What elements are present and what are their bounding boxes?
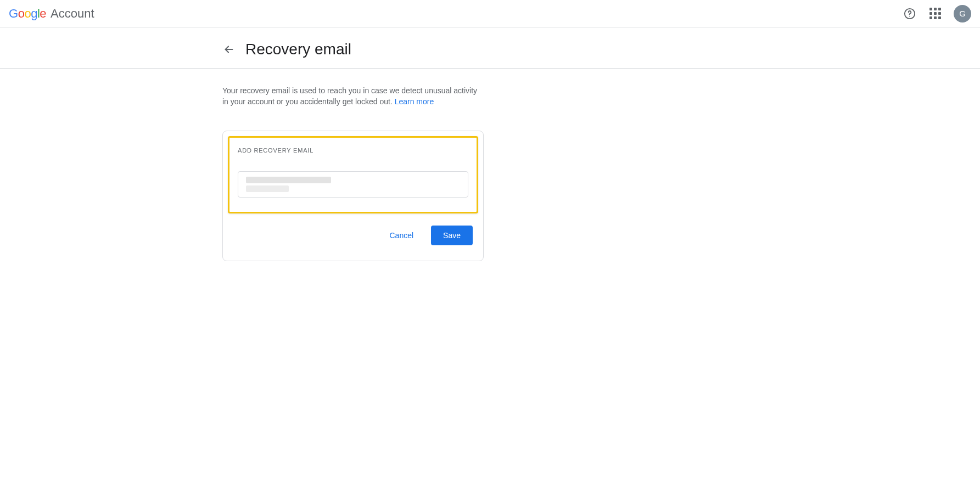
logo-letter-e: e [40, 8, 46, 20]
learn-more-link[interactable]: Learn more [395, 97, 434, 106]
logo-letter-g2: g [31, 8, 37, 20]
help-icon[interactable] [903, 7, 916, 20]
field-label: ADD RECOVERY EMAIL [238, 147, 468, 154]
page-title: Recovery email [245, 41, 351, 58]
content: Your recovery email is used to reach you… [0, 69, 483, 261]
save-button[interactable]: Save [431, 226, 473, 245]
header-actions: G [903, 5, 971, 22]
product-name: Account [51, 7, 94, 21]
brand[interactable]: G o o g l e Account [9, 7, 94, 21]
description: Your recovery email is used to reach you… [222, 85, 480, 108]
card-actions: Cancel Save [228, 226, 478, 245]
redacted-placeholder [246, 177, 331, 192]
logo-letter-g: G [9, 8, 18, 20]
back-button[interactable] [222, 43, 236, 56]
apps-icon[interactable] [928, 7, 942, 20]
description-text: Your recovery email is used to reach you… [222, 86, 477, 106]
cancel-button[interactable]: Cancel [387, 227, 416, 244]
avatar[interactable]: G [954, 5, 971, 22]
page-title-row: Recovery email [0, 27, 980, 68]
recovery-email-card: ADD RECOVERY EMAIL Cancel Save [222, 131, 484, 261]
google-logo: G o o g l e [9, 8, 46, 20]
svg-point-1 [909, 15, 910, 16]
highlighted-section: ADD RECOVERY EMAIL [228, 136, 478, 213]
app-header: G o o g l e Account G [0, 0, 980, 27]
logo-letter-o1: o [18, 8, 25, 20]
avatar-initial: G [959, 9, 966, 18]
logo-letter-o2: o [24, 8, 31, 20]
email-input-wrap[interactable] [238, 171, 468, 198]
